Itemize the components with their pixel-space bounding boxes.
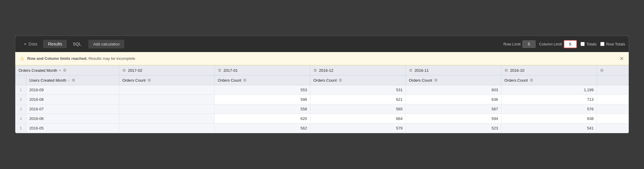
results-table: Orders Created Month < ⚙ ⚙ 2017-02 [15,65,629,133]
toolbar-right: Row Limit Column Limit Totals Row Totals [504,40,625,48]
row-number: 2 [16,95,26,104]
row-v1-empty [119,114,215,124]
col4-sub-gear-icon[interactable]: ⚙ [434,78,438,83]
row-num-sub-header [16,75,26,85]
row-v5: 541 [501,124,597,133]
row-v3: 531 [310,85,406,95]
tab-results-label: Results [48,42,62,46]
row-extra [597,114,628,124]
row-extra [597,85,628,95]
row-v2: 553 [215,85,310,95]
pivot-row-gear-icon[interactable]: ⚙ [63,68,67,73]
col-sort-down-icon[interactable]: ↓ [68,78,70,82]
row-label: 2016-07 [26,104,119,114]
col1-header-cell: ⚙ 2017-02 [119,66,215,75]
pivot-col-header-label: Users Created Month [29,78,66,83]
tab-sql-label: SQL [73,42,81,46]
row-v4: 603 [406,85,501,95]
col-limit-label: Column Limit [539,42,562,46]
row-totals-checkbox-group: Row Totals [600,42,625,46]
col5-header-cell: ⚙ 2016-10 [501,66,597,75]
table-row: 2 2016-08 598 621 636 713 [16,95,629,104]
col5-sub-label: Orders Count [504,78,528,83]
add-calculation-button[interactable]: Add calculation [88,40,124,48]
row-v5: 713 [501,95,597,104]
sort-icon[interactable]: < [59,68,61,72]
row-label: 2016-08 [26,95,119,104]
row-limit-input[interactable] [522,40,536,48]
toolbar: ▼ Data Results SQL Add calculation Row L… [15,36,629,52]
col1-gear-icon[interactable]: ⚙ [122,68,126,73]
row-limit-group: Row Limit [504,40,536,48]
tab-results[interactable]: Results [43,40,67,48]
col2-month-label: 2017-01 [223,68,238,73]
col2-gear-icon[interactable]: ⚙ [218,68,222,73]
extra-gear-icon[interactable]: ⚙ [600,68,604,73]
warning-text: Row and Column limits reached. Results m… [27,56,135,61]
row-v1-empty [119,95,215,104]
row-v3: 664 [310,114,406,124]
warning-icon: ⚠ [20,56,24,61]
col1-month-label: 2017-02 [128,68,142,73]
totals-checkbox-group: Totals [580,42,597,46]
col5-sub-gear-icon[interactable]: ⚙ [530,78,533,83]
row-number: 3 [16,104,26,114]
col3-sub-header: Orders Count ⚙ [310,75,406,85]
row-v1-empty [119,104,215,114]
row-v2: 620 [215,114,310,124]
totals-label: Totals [586,42,597,46]
main-container: ▼ Data Results SQL Add calculation Row L… [15,36,629,133]
extra-sub-header [597,75,628,85]
extra-gear-header: ⚙ [597,66,628,75]
col4-month-label: 2016-11 [415,68,429,73]
table-row: 5 2016-05 562 579 523 541 [16,124,629,133]
row-v4: 523 [406,124,501,133]
table-wrapper: Orders Created Month < ⚙ ⚙ 2017-02 [15,65,629,133]
table-row: 3 2016-07 558 565 587 576 [16,104,629,114]
row-number: 5 [16,124,26,133]
row-v1-empty [119,85,215,95]
pivot-col-gear-icon[interactable]: ⚙ [72,78,75,83]
col5-month-label: 2016-10 [510,68,524,73]
row-v4: 587 [406,104,501,114]
row-extra [597,95,628,104]
row-extra [597,104,628,114]
row-totals-label: Row Totals [606,42,625,46]
warning-banner: ⚠ Row and Column limits reached. Results… [15,52,629,65]
col2-sub-label: Orders Count [218,78,241,83]
col4-header-cell: ⚙ 2016-11 [406,66,501,75]
col3-sub-gear-icon[interactable]: ⚙ [338,78,342,83]
row-v4: 636 [406,95,501,104]
col4-gear-icon[interactable]: ⚙ [409,68,413,73]
warning-rest-text: Results may be incomplete [88,56,135,61]
warning-close-button[interactable]: ✕ [619,56,624,61]
col5-gear-icon[interactable]: ⚙ [504,68,508,73]
tab-data[interactable]: ▼ Data [19,40,42,48]
row-limit-label: Row Limit [504,42,521,46]
row-v4: 594 [406,114,501,124]
col3-gear-icon[interactable]: ⚙ [313,68,317,73]
totals-checkbox[interactable] [580,42,585,46]
row-v2: 558 [215,104,310,114]
pivot-col-header-cell: Users Created Month ↓ ⚙ [26,75,119,85]
row-v2: 598 [215,95,310,104]
table-row: 4 2016-06 620 664 594 638 [16,114,629,124]
col4-sub-label: Orders Count [409,78,432,83]
row-totals-checkbox[interactable] [600,42,604,46]
row-v3: 565 [310,104,406,114]
row-extra [597,124,628,133]
tab-sql[interactable]: SQL [68,40,86,48]
col3-month-label: 2016-12 [319,68,333,73]
pivot-row-header-cell: Orders Created Month < ⚙ [16,66,119,75]
table-row: 1 2016-09 553 531 603 1,199 [16,85,629,95]
row-label: 2016-05 [26,124,119,133]
row-v2: 562 [215,124,310,133]
row-v3: 621 [310,95,406,104]
col-limit-input[interactable] [564,40,577,48]
col2-sub-gear-icon[interactable]: ⚙ [243,78,247,83]
row-v5: 576 [501,104,597,114]
col5-sub-header: Orders Count ⚙ [501,75,597,85]
row-v5: 638 [501,114,597,124]
col1-sub-gear-icon[interactable]: ⚙ [147,78,151,83]
col4-sub-header: Orders Count ⚙ [406,75,501,85]
